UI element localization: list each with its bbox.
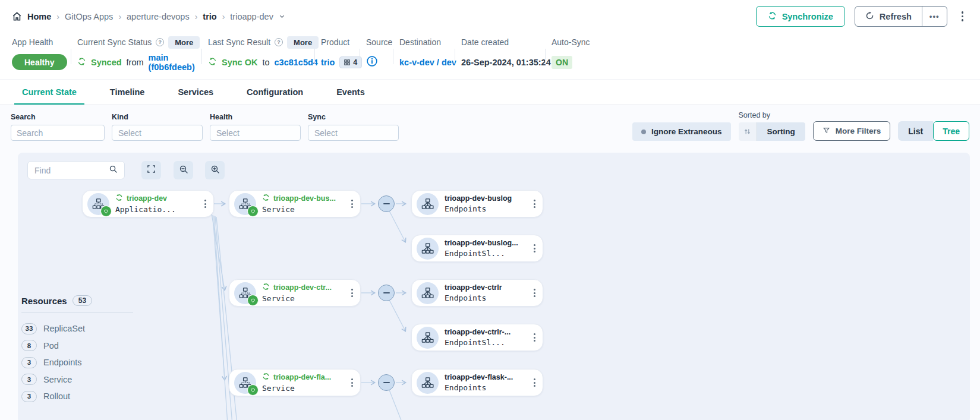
kind-select[interactable]: Select [112,125,203,141]
auto-sync-label: Auto-Sync [552,37,590,47]
last-sync-revision-link[interactable]: c3c81c5d4 [275,58,318,67]
chevron-right-icon: › [195,12,198,21]
app-status-row: App Health Healthy Current Sync Status ?… [0,33,980,79]
node-name: trioapp-dev-ctr... [273,283,332,292]
collapse-node-button[interactable] [378,195,395,212]
node-menu-icon[interactable] [532,376,537,389]
node-menu-icon[interactable] [350,286,354,299]
tree-node-service-bus[interactable]: trioapp-dev-bus... Service [229,190,361,217]
app-health-badge: Healthy [12,54,67,70]
destination-link[interactable]: kc-v-dev / dev [399,58,456,67]
help-icon[interactable]: ? [156,38,164,46]
zoom-out-icon [179,165,188,176]
find-input[interactable] [34,166,109,175]
help-icon[interactable]: ? [275,38,283,46]
resource-filter-replicaset[interactable]: 33 ReplicaSet [21,320,133,337]
kind-label: Kind [112,113,203,121]
sync-revision-link[interactable]: main (f0b6fdeeb) [149,53,208,72]
refresh-more-button[interactable]: ••• [922,7,947,26]
resource-count-badge: 3 [21,374,37,385]
sync-select[interactable]: Select [308,125,399,141]
node-kind: Service [262,294,350,303]
sorting-select[interactable]: Sorting [739,122,805,141]
current-sync-label: Current Sync Status [77,37,152,47]
tree-node-endpoints-buslog[interactable]: trioapp-dev-buslog Endpoints [411,190,543,217]
sort-icon [739,122,757,141]
node-menu-icon[interactable] [532,286,537,299]
node-menu-icon[interactable] [532,331,537,344]
kebab-menu-icon[interactable] [957,8,969,25]
refresh-button[interactable]: Refresh [855,7,922,26]
node-menu-icon[interactable] [532,242,537,255]
breadcrumb: Home › GitOps Apps › aperture-devops › t… [12,11,285,21]
tab-current-state[interactable]: Current State [14,80,84,105]
node-menu-icon[interactable] [350,197,354,210]
view-list-button[interactable]: List [898,121,933,141]
sync-select-placeholder: Select [314,128,338,138]
tab-timeline[interactable]: Timeline [102,80,153,105]
breadcrumb-home[interactable]: Home [27,12,51,21]
tab-events[interactable]: Events [329,80,373,105]
chevron-right-icon: › [56,12,59,21]
tree-node-endpointslice-ctrlr[interactable]: trioapp-dev-ctrlr-... EndpointSl... [411,324,543,351]
view-tree-button[interactable]: Tree [933,121,969,141]
node-kind: Service [262,384,350,393]
resource-filter-endpoints[interactable]: 3 Endpoints [21,354,133,371]
node-kind: Endpoints [445,383,532,392]
product-label: Product [321,37,349,47]
node-menu-icon[interactable] [203,197,207,210]
tree-node-service-flask[interactable]: trioapp-dev-fla... Service [229,369,361,396]
collapse-node-button[interactable] [378,374,395,391]
tree-node-endpointslice-buslog[interactable]: trioapp-dev-buslog... EndpointSl... [411,235,543,262]
last-sync-status-value: Sync OK [222,58,257,67]
resource-filter-service[interactable]: 3 Service [21,371,133,389]
tree-node-service-ctrlr[interactable]: trioapp-dev-ctr... Service [229,279,361,307]
fit-view-button[interactable] [141,161,161,179]
health-select[interactable]: Select [210,125,301,141]
tree-node-endpoints-ctrlr[interactable]: trioapp-dev-ctrlr Endpoints [411,279,543,307]
product-env-count: 4 [353,58,357,67]
resource-count-badge: 33 [21,323,37,334]
info-icon[interactable] [366,55,378,69]
node-kind: Endpoints [445,293,532,302]
sync-label: Sync [308,113,399,121]
healthy-heart-icon [100,206,112,217]
tree-node-application[interactable]: trioapp-dev Applicatio... [82,190,214,217]
resource-tree-canvas[interactable]: trioapp-dev Applicatio... trioapp-dev-bu… [18,153,970,420]
home-icon [12,11,22,21]
tab-services[interactable]: Services [170,80,221,105]
resource-filter-pod[interactable]: 8 Pod [21,337,133,355]
divider [21,312,133,313]
tree-node-endpoints-flask[interactable]: trioapp-dev-flask-... Endpoints [411,369,543,396]
zoom-in-button[interactable] [205,161,225,179]
healthy-heart-icon [247,295,259,306]
ignore-extraneous-button[interactable]: Ignore Extraneous [632,122,731,141]
product-env-count-badge[interactable]: 4 [339,56,362,68]
chevron-right-icon: › [118,12,121,21]
healthy-heart-icon [247,384,259,396]
collapse-node-button[interactable] [378,285,395,301]
resource-filter-rollout[interactable]: 3 Rollout [21,388,133,405]
ignore-extraneous-label: Ignore Extraneous [651,127,722,136]
last-sync-more-button[interactable]: More [287,36,319,49]
product-link[interactable]: trio [321,58,335,67]
synced-icon [262,372,270,382]
destination-label: Destination [399,37,441,47]
current-sync-more-button[interactable]: More [168,36,200,49]
resources-title: Resources [21,296,67,306]
resource-count-badge: 8 [21,340,37,351]
synchronize-button[interactable]: Synchronize [756,6,845,27]
tab-configuration[interactable]: Configuration [239,80,311,105]
node-menu-icon[interactable] [350,376,354,389]
zoom-out-button[interactable] [174,161,193,179]
search-label: Search [11,113,105,121]
node-menu-icon[interactable] [532,197,537,210]
more-filters-button[interactable]: More Filters [813,121,891,141]
node-name: trioapp-dev-buslog [445,194,512,203]
breadcrumb-app[interactable]: trioapp-dev [230,12,273,21]
breadcrumb-product[interactable]: trio [203,12,216,21]
chevron-down-icon[interactable] [279,13,285,20]
breadcrumb-gitops-apps[interactable]: GitOps Apps [65,12,113,21]
search-input[interactable] [11,125,105,140]
breadcrumb-agent[interactable]: aperture-devops [127,12,190,21]
